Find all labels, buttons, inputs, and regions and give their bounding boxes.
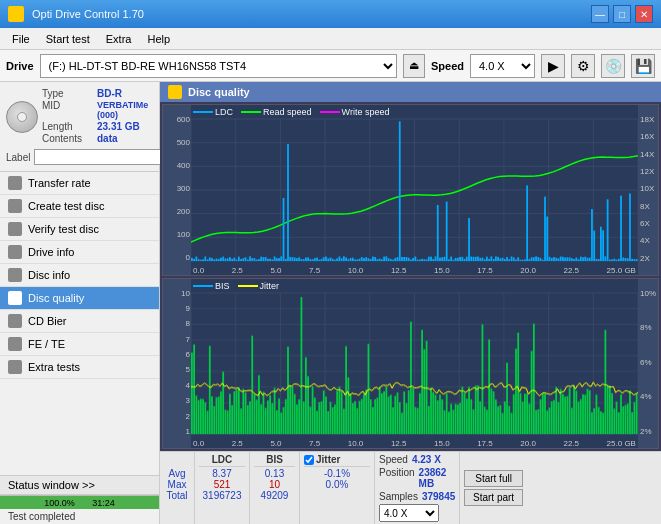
chart2-legend: BIS Jitter — [193, 281, 279, 291]
menu-file[interactable]: File — [4, 31, 38, 47]
transfer-rate-icon — [8, 176, 22, 190]
sidebar-item-label: Extra tests — [28, 361, 80, 373]
jitter-max: 0.0% — [304, 479, 370, 490]
ldc-avg: 8.37 — [199, 468, 245, 479]
progress-text: 100.0% 31:24 — [0, 496, 159, 509]
settings-icon[interactable]: ⚙ — [571, 54, 595, 78]
row-labels-col: - Avg Max Total — [160, 452, 195, 524]
speed-select-stats[interactable]: 4.0 X — [379, 504, 439, 522]
sidebar-item-drive-info[interactable]: Drive info — [0, 241, 159, 264]
chart1-x-labels: 0.02.55.07.510.012.515.017.520.022.525.0… — [191, 266, 638, 275]
sidebar-item-disc-quality[interactable]: Disc quality — [0, 287, 159, 310]
nav-items: Transfer rate Create test disc Verify te… — [0, 172, 159, 379]
action-buttons: Start full Start part — [460, 452, 527, 524]
ldc-max: 521 — [199, 479, 245, 490]
disc-section: Type BD-R MID VERBATIMe (000) Length 23.… — [0, 82, 159, 172]
bis-total: 49209 — [254, 490, 295, 501]
maximize-button[interactable]: □ — [613, 5, 631, 23]
ldc-total: 3196723 — [199, 490, 245, 501]
sidebar-item-disc-info[interactable]: Disc info — [0, 264, 159, 287]
position-label: Position — [379, 467, 415, 489]
disc-quality-icon — [8, 291, 22, 305]
menu-extra[interactable]: Extra — [98, 31, 140, 47]
disc-info-icon — [8, 268, 22, 282]
sidebar-item-label: Create test disc — [28, 200, 104, 212]
bis-header: BIS — [254, 454, 295, 467]
menu-start-test[interactable]: Start test — [38, 31, 98, 47]
stats-bar: - Avg Max Total LDC 8.37 521 3196723 BIS… — [160, 451, 661, 524]
panel-header-icon — [168, 85, 182, 99]
close-button[interactable]: ✕ — [635, 5, 653, 23]
jitter-checkbox[interactable] — [304, 455, 314, 465]
start-full-button[interactable]: Start full — [464, 470, 523, 487]
minimize-button[interactable]: — — [591, 5, 609, 23]
window-controls: — □ ✕ — [591, 5, 653, 23]
drive-info-icon — [8, 245, 22, 259]
extra-tests-icon — [8, 360, 22, 374]
chart1-right-labels: 18X16X14X12X10X8X6X4X2X — [638, 105, 658, 275]
save-icon[interactable]: 💾 — [631, 54, 655, 78]
type-value: BD-R — [97, 88, 122, 99]
cd-bier-icon — [8, 314, 22, 328]
chart2-right-labels: 10%8%6%4%2% — [638, 279, 658, 449]
eject-button[interactable]: ⏏ — [403, 54, 425, 78]
speed-info-val: 4.23 X — [412, 454, 441, 465]
chart1-container: LDC Read speed Write speed 6005004003002… — [162, 104, 659, 276]
speed-info-label: Speed — [379, 454, 408, 465]
label-input[interactable] — [34, 149, 167, 165]
disc-icon — [6, 101, 38, 133]
chart2-x-labels: 0.02.55.07.510.012.515.017.520.022.525.0… — [191, 439, 638, 448]
length-label: Length — [42, 121, 97, 132]
title-bar: Opti Drive Control 1.70 — □ ✕ — [0, 0, 661, 28]
contents-value: data — [97, 133, 118, 144]
panel-header: Disc quality — [160, 82, 661, 102]
sidebar-item-label: CD Bier — [28, 315, 67, 327]
sidebar-item-transfer-rate[interactable]: Transfer rate — [0, 172, 159, 195]
menu-help[interactable]: Help — [139, 31, 178, 47]
avg-label: Avg — [164, 468, 190, 479]
menu-bar: File Start test Extra Help — [0, 28, 661, 50]
app-title: Opti Drive Control 1.70 — [32, 8, 144, 20]
speed-select[interactable]: 4.0 X — [470, 54, 535, 78]
type-label: Type — [42, 88, 97, 99]
sidebar-item-label: Disc info — [28, 269, 70, 281]
jitter-avg: -0.1% — [304, 468, 370, 479]
sidebar-item-cd-bier[interactable]: CD Bier — [0, 310, 159, 333]
sidebar-item-label: Disc quality — [28, 292, 84, 304]
drive-select[interactable]: (F:) HL-DT-ST BD-RE WH16NS58 TST4 — [40, 54, 397, 78]
jitter-header: Jitter — [304, 454, 370, 467]
contents-label: Contents — [42, 133, 97, 144]
chart1-canvas — [191, 105, 638, 275]
speed-info: Speed 4.23 X Position 23862 MB Samples 3… — [375, 452, 460, 524]
mid-label: MID — [42, 100, 97, 120]
sidebar-item-label: Drive info — [28, 246, 74, 258]
status-text: Test completed — [0, 509, 159, 524]
fe-te-icon — [8, 337, 22, 351]
status-bar: Status window >> 100.0% 31:24 Test compl… — [0, 475, 159, 524]
length-value: 23.31 GB — [97, 121, 140, 132]
sidebar-item-verify-test-disc[interactable]: Verify test disc — [0, 218, 159, 241]
samples-val: 379845 — [422, 491, 455, 502]
sidebar-item-create-test-disc[interactable]: Create test disc — [0, 195, 159, 218]
play-icon[interactable]: ▶ — [541, 54, 565, 78]
chart2-canvas — [191, 279, 638, 449]
sidebar-item-fe-te[interactable]: FE / TE — [0, 333, 159, 356]
start-part-button[interactable]: Start part — [464, 489, 523, 506]
verify-test-disc-icon — [8, 222, 22, 236]
chart2-container: BIS Jitter 10987654321 10%8%6%4%2% 0.02.… — [162, 278, 659, 450]
drive-bar: Drive (F:) HL-DT-ST BD-RE WH16NS58 TST4 … — [0, 50, 661, 82]
disc-read-icon[interactable]: 💿 — [601, 54, 625, 78]
chart1-legend: LDC Read speed Write speed — [193, 107, 389, 117]
sidebar-item-label: Verify test disc — [28, 223, 99, 235]
charts-area: LDC Read speed Write speed 6005004003002… — [160, 102, 661, 451]
status-window-button[interactable]: Status window >> — [0, 476, 159, 495]
sidebar-item-extra-tests[interactable]: Extra tests — [0, 356, 159, 379]
samples-label: Samples — [379, 491, 418, 502]
bis-avg: 0.13 — [254, 468, 295, 479]
create-test-disc-icon — [8, 199, 22, 213]
right-panel: Disc quality LDC Read speed Write speed … — [160, 82, 661, 524]
sidebar-item-label: Transfer rate — [28, 177, 91, 189]
bis-max: 10 — [254, 479, 295, 490]
chart2-y-labels: 10987654321 — [163, 279, 191, 449]
label-label: Label — [6, 152, 30, 163]
